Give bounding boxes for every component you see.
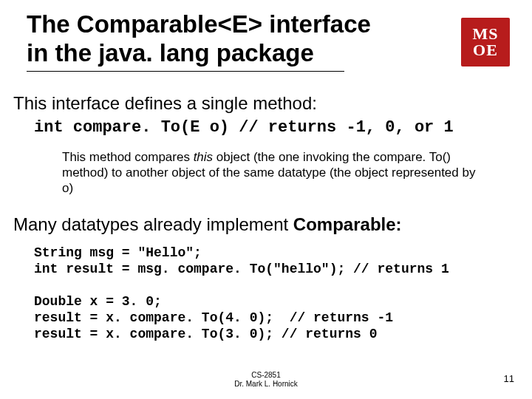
- desc-this-keyword: this: [194, 150, 213, 164]
- slide: The Comparable<E> interface in the java.…: [0, 0, 532, 399]
- logo-line-1: MS: [473, 26, 499, 42]
- footer-course: CS-2851: [251, 371, 280, 379]
- slide-title: The Comparable<E> interface in the java.…: [27, 10, 440, 68]
- msoe-logo: MS OE: [461, 18, 510, 66]
- method-signature: int compare. To(E o) // returns -1, 0, o…: [34, 118, 514, 137]
- title-line-1: The Comparable<E> interface: [27, 10, 371, 38]
- implements-line: Many datatypes already implement Compara…: [13, 214, 516, 235]
- footer-author: Dr. Mark L. Hornick: [234, 380, 298, 388]
- page-number: 11: [504, 373, 514, 384]
- example-code-block: String msg = "Hello"; int result = msg. …: [34, 245, 514, 343]
- implements-bold: Comparable:: [293, 214, 402, 234]
- intro-text: This interface defines a single method:: [13, 93, 508, 114]
- slide-footer: CS-2851 Dr. Mark L. Hornick: [0, 371, 532, 389]
- title-underline: [27, 71, 344, 72]
- logo-line-2: OE: [473, 42, 498, 58]
- method-description: This method compares this object (the on…: [62, 149, 476, 196]
- title-line-2: in the java. lang package: [27, 39, 314, 66]
- desc-part-1: This method compares: [62, 150, 194, 164]
- implements-pre: Many datatypes already implement: [13, 214, 293, 234]
